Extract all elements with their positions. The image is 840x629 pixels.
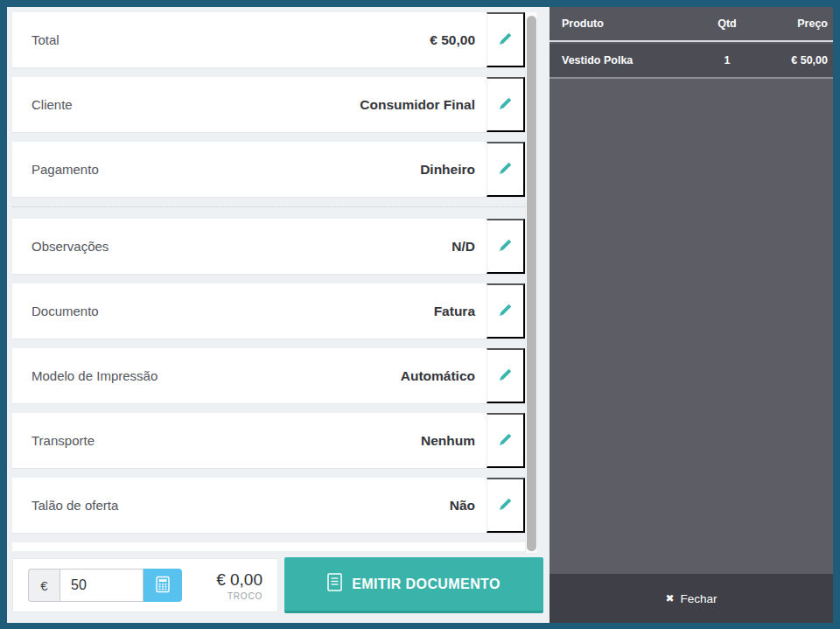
change-label: TROCO [216,591,262,601]
column-header-preco: Preço [758,17,828,30]
field-row-pagamento: Pagamento Dinheiro [12,142,525,197]
cart-table-header: Produto Qtd Preço [550,7,833,42]
amount-input-group: € [28,569,182,602]
field-value: € 50,00 [430,32,475,48]
field-label: Observações [12,239,452,254]
cart-item-row[interactable]: Vestido Polka 1 € 50,00 [550,44,833,79]
checkout-window: Total € 50,00 Cliente Consumidor Final P… [0,0,840,629]
clipped-field-row [12,542,525,551]
checkout-panel: Total € 50,00 Cliente Consumidor Final P… [7,7,550,623]
edit-transporte-button[interactable] [486,413,525,468]
pencil-icon [499,433,512,449]
pencil-icon [499,498,512,514]
field-value: N/D [452,239,475,255]
emit-document-button[interactable]: EMITIR DOCUMENTO [284,557,543,613]
scrollbar-thumb[interactable] [527,16,536,551]
scrollbar[interactable] [525,12,538,567]
pencil-icon [499,162,512,178]
field-value: Consumidor Final [360,97,475,113]
change-value: € 0,00 [216,570,262,590]
section-divider [12,206,525,207]
pencil-icon [499,32,512,48]
field-label: Pagamento [12,162,420,177]
close-label: Fechar [681,592,718,605]
field-label: Total [12,32,430,47]
pencil-icon [499,368,512,384]
calculator-icon [154,576,172,596]
field-value: Fatura [434,304,475,319]
currency-addon: € [28,569,60,602]
edit-cliente-button[interactable] [486,77,525,132]
field-row-observacoes: Observações N/D [12,219,525,274]
pencil-icon [499,304,512,319]
field-value: Nenhum [421,433,475,449]
field-row-modelo-impressao: Modelo de Impressão Automático [12,348,525,403]
edit-observacoes-button[interactable] [486,219,525,274]
document-icon [327,573,342,595]
cart-item-produto: Vestido Polka [562,54,696,66]
edit-pagamento-button[interactable] [486,142,525,197]
field-label: Cliente [12,97,360,112]
field-label: Documento [12,304,434,318]
field-row-cliente: Cliente Consumidor Final [12,77,525,132]
field-label: Talão de oferta [12,498,450,513]
edit-modelo-impressao-button[interactable] [486,348,525,403]
change-display: € 0,00 TROCO [216,570,262,601]
field-row-total: Total € 50,00 [12,12,525,67]
close-button[interactable]: ✖ Fechar [550,574,833,623]
field-row-documento: Documento Fatura [12,283,525,339]
field-value: Não [450,498,475,514]
column-header-qtd: Qtd [696,17,758,30]
edit-total-button[interactable] [486,12,525,67]
payment-footer: € [7,553,550,623]
field-label: Transporte [12,433,421,448]
amount-input[interactable] [60,569,144,602]
calculator-button[interactable] [144,569,182,602]
cart-item-qtd: 1 [696,54,758,66]
column-header-produto: Produto [562,17,696,30]
cart-panel: Produto Qtd Preço Vestido Polka 1 € 50,0… [550,7,833,623]
pencil-icon [499,97,512,113]
payment-card: € [12,558,278,612]
field-value: Automático [401,368,475,384]
field-row-talao-oferta: Talão de oferta Não [12,478,525,533]
field-value: Dinheiro [420,162,475,178]
checkout-fields-list: Total € 50,00 Cliente Consumidor Final P… [12,12,525,551]
emit-document-label: EMITIR DOCUMENTO [352,577,500,592]
field-label: Modelo de Impressão [12,368,401,383]
pencil-icon [499,239,512,255]
cart-item-preco: € 50,00 [758,54,828,66]
edit-documento-button[interactable] [486,283,525,339]
close-icon: ✖ [665,592,674,605]
edit-talao-oferta-button[interactable] [486,478,525,533]
field-row-transporte: Transporte Nenhum [12,413,525,468]
